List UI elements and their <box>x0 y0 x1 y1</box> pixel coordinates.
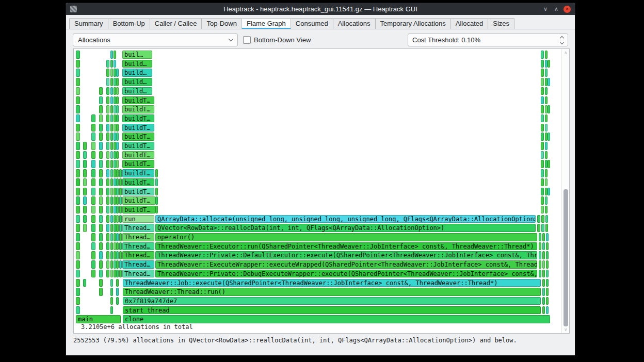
flame-frame[interactable]: Thread… <box>122 224 154 232</box>
flame-frame[interactable] <box>119 215 122 223</box>
flame-frame[interactable] <box>83 151 87 159</box>
flame-frame[interactable] <box>116 196 119 205</box>
flame-frame[interactable] <box>119 206 122 214</box>
flame-frame[interactable] <box>541 51 544 59</box>
flame-frame[interactable] <box>110 224 113 232</box>
flame-frame[interactable] <box>91 142 95 150</box>
flame-frame[interactable] <box>116 288 119 296</box>
flame-frame[interactable] <box>116 78 119 86</box>
flame-frame[interactable]: buildT… <box>122 188 154 196</box>
flame-frame[interactable] <box>110 288 113 296</box>
flame-frame[interactable] <box>99 133 103 141</box>
flame-frame[interactable]: buildT… <box>122 142 154 150</box>
flame-frame[interactable]: operator() <box>155 233 537 241</box>
flame-frame[interactable] <box>99 206 103 214</box>
flame-frame[interactable]: 0x7f819a747de7 <box>123 297 541 305</box>
flame-frame[interactable]: QVector<RowData>::reallocData(int, int, … <box>155 224 536 232</box>
bottom-down-view-option[interactable]: Bottom-Down View <box>243 36 311 44</box>
flame-frame[interactable] <box>106 105 109 113</box>
flame-frame[interactable] <box>91 160 95 168</box>
flame-frame[interactable] <box>106 242 109 251</box>
flame-frame[interactable] <box>110 133 113 141</box>
tab-consumed[interactable]: Consumed <box>291 18 333 29</box>
flame-frame[interactable] <box>91 114 95 123</box>
flame-frame[interactable] <box>548 60 550 68</box>
flame-frame[interactable] <box>548 133 550 141</box>
flame-frame[interactable] <box>545 96 548 105</box>
flame-frame[interactable] <box>76 105 80 113</box>
flame-frame[interactable] <box>155 188 158 196</box>
close-icon[interactable]: × <box>564 6 571 13</box>
flame-frame[interactable] <box>116 215 119 223</box>
flame-frame[interactable] <box>76 215 80 223</box>
flame-frame[interactable] <box>542 297 545 305</box>
flame-frame[interactable] <box>99 279 103 287</box>
flame-frame[interactable] <box>546 279 549 287</box>
flame-frame[interactable] <box>76 224 80 232</box>
flame-frame[interactable]: buildT… <box>122 169 154 177</box>
spin-up-icon[interactable] <box>560 36 564 40</box>
flame-frame[interactable] <box>76 178 80 187</box>
flame-frame[interactable] <box>546 251 549 259</box>
flame-frame[interactable] <box>541 60 544 68</box>
flame-frame[interactable] <box>91 224 95 232</box>
tab-caller-callee[interactable]: Caller / Callee <box>150 18 202 29</box>
flame-frame[interactable] <box>91 178 95 187</box>
spin-down-icon[interactable] <box>560 40 564 44</box>
flame-frame[interactable] <box>99 151 103 159</box>
flame-frame[interactable] <box>110 270 113 278</box>
flame-frame[interactable] <box>76 188 80 196</box>
flame-frame[interactable] <box>91 270 95 278</box>
flame-frame[interactable] <box>548 188 550 196</box>
flame-frame[interactable] <box>91 215 95 223</box>
flame-frame[interactable] <box>76 288 80 296</box>
tab-bottom-up[interactable]: Bottom-Up <box>108 18 150 29</box>
flame-frame[interactable] <box>546 270 549 278</box>
flame-frame[interactable] <box>539 233 541 241</box>
flame-frame[interactable] <box>116 124 119 132</box>
flame-frame[interactable]: ThreadWeaver::ExecuteWrapper::executeWra… <box>155 260 537 269</box>
flame-frame[interactable] <box>542 242 545 251</box>
flame-frame[interactable] <box>545 224 548 232</box>
flame-frame[interactable] <box>545 69 548 77</box>
flame-frame[interactable] <box>106 196 109 205</box>
flame-frame[interactable] <box>91 133 95 141</box>
flame-frame[interactable] <box>106 114 109 123</box>
flame-frame[interactable] <box>155 178 158 187</box>
flame-frame[interactable] <box>541 69 544 77</box>
flame-frame[interactable] <box>541 215 544 223</box>
flame-frame[interactable] <box>110 242 113 251</box>
flame-frame[interactable] <box>110 151 113 159</box>
flame-frame[interactable]: buildT… <box>122 124 154 132</box>
flame-frame[interactable] <box>106 60 109 68</box>
flame-frame[interactable] <box>99 124 103 132</box>
flame-frame[interactable] <box>83 215 87 223</box>
flame-frame[interactable] <box>545 151 548 159</box>
flame-frame[interactable] <box>106 87 109 95</box>
flame-frame[interactable] <box>76 196 80 205</box>
flame-frame[interactable] <box>116 151 119 159</box>
flame-frame[interactable] <box>110 78 113 86</box>
flame-frame[interactable] <box>545 169 548 177</box>
flame-frame[interactable] <box>99 242 103 251</box>
flame-frame[interactable] <box>119 270 122 278</box>
flame-frame[interactable] <box>83 196 87 205</box>
flame-frame[interactable] <box>76 142 80 150</box>
flame-frame[interactable] <box>541 178 544 187</box>
flame-frame[interactable] <box>99 188 103 196</box>
flame-frame[interactable] <box>76 96 80 105</box>
flame-frame[interactable] <box>110 206 113 214</box>
flame-frame[interactable] <box>116 251 119 259</box>
flame-frame[interactable] <box>110 105 113 113</box>
flame-frame[interactable] <box>542 260 545 269</box>
flame-frame[interactable]: buildT… <box>122 206 155 214</box>
flame-frame[interactable] <box>110 178 113 187</box>
flame-frame[interactable] <box>545 215 548 223</box>
flame-frame[interactable] <box>110 87 113 95</box>
tab-top-down[interactable]: Top-Down <box>201 18 242 29</box>
flame-frame[interactable] <box>110 114 113 123</box>
flame-frame[interactable] <box>119 260 122 269</box>
flame-frame[interactable] <box>76 169 80 177</box>
cost-threshold-spinbox[interactable]: Cost Threshold: 0.10% <box>408 34 568 46</box>
vertical-scrollbar[interactable]: ∧ ∨ <box>561 49 569 333</box>
